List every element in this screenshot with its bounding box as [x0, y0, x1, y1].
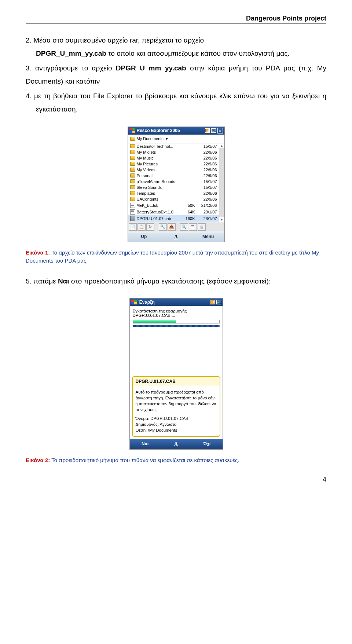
- t2a: Μέσα στο συμπιεσμένο αρχείο rar, περιέχε…: [33, 36, 204, 44]
- fig2-text: Το προειδοποιητικό μήνυμα που πιθανά να …: [50, 457, 239, 463]
- toolbar: 📄 📋 ↻ 🔧 📤 🔍 ☰ 🖥: [128, 222, 224, 232]
- file-row[interactable]: My Videos22/9/06: [128, 167, 219, 173]
- header-project: Dangerous Points project: [26, 15, 326, 23]
- tb-pc-button[interactable]: 🖥: [198, 223, 206, 231]
- file-name: My Music: [137, 156, 183, 160]
- code3: DPGR_U_mm_yy.cab: [116, 64, 186, 72]
- scroll-up-icon[interactable]: ▴: [219, 143, 224, 148]
- fig1-lead: Εικόνα 1:: [26, 249, 50, 256]
- mb-menu-button[interactable]: Menu: [192, 234, 224, 240]
- file-name: UAContents: [137, 197, 183, 201]
- file-name: Destinator Technol...: [137, 144, 183, 149]
- path-bar[interactable]: My Documents ▾: [128, 135, 224, 143]
- t2b: το οποίο και αποσυμπιέζουμε κάπου στον υ…: [106, 50, 290, 57]
- t5bold: Ναι: [58, 277, 69, 285]
- page-number: 4: [26, 476, 326, 483]
- t5a: πατάμε: [33, 277, 58, 285]
- file-name: pTravelAlarm Sounds: [137, 179, 183, 184]
- yes-button[interactable]: Ναι: [130, 441, 161, 447]
- start-flag-icon[interactable]: [129, 128, 135, 133]
- num-2: 2.: [26, 36, 33, 44]
- start-flag-icon[interactable]: [131, 300, 137, 305]
- dropdown-arrow-icon[interactable]: ▾: [166, 136, 168, 141]
- file-row[interactable]: My Music22/9/06: [128, 155, 219, 161]
- file-row[interactable]: Sleep Sounds15/1/07: [128, 184, 219, 190]
- folder-icon: [130, 168, 135, 172]
- body-item-3: 3. αντιγράφουμε το αρχείο DPGR_U_mm_yy.c…: [26, 62, 326, 88]
- sip-keyboard-icon[interactable]: A: [174, 441, 178, 447]
- file-row-selected[interactable]: DPGR.U.01.07.cab160K23/1/07: [128, 215, 219, 222]
- folder-icon: [130, 173, 135, 178]
- scrollbar[interactable]: ▴ ▾: [219, 143, 224, 222]
- folder-icon: [130, 150, 135, 154]
- fig1-screenshot: Resco Explorer 2005 📶 🔊 × My Documents ▾…: [128, 127, 225, 242]
- folder-icon: [130, 156, 135, 160]
- document-icon: [130, 203, 135, 208]
- tb-copy-button[interactable]: 📄: [129, 223, 137, 231]
- file-name: AEK_BL.tsk: [137, 203, 183, 208]
- signal-icon[interactable]: 📶: [210, 300, 215, 304]
- fig2-lead: Εικόνα 2:: [26, 457, 50, 463]
- body-item-5: 5. πατάμε Ναι στο προειδοποιητικό μήνυμα…: [26, 275, 326, 288]
- file-date: 22/9/06: [198, 191, 217, 195]
- file-name: My Pictures: [137, 162, 183, 166]
- file-date: 22/9/06: [198, 168, 217, 172]
- menubar: Up A Menu: [128, 232, 224, 242]
- file-date: 22/9/06: [198, 150, 217, 154]
- t4: με τη βοήθεια του File Explorer το βρίσκ…: [34, 92, 326, 113]
- fig2-caption: Εικόνα 2: Το προειδοποιητικό μήνυμα που …: [26, 456, 326, 465]
- tb-refresh-button[interactable]: ↻: [146, 223, 154, 231]
- file-row[interactable]: pTravelAlarm Sounds15/1/07: [128, 179, 219, 184]
- file-row[interactable]: Personal22/9/06: [128, 173, 219, 179]
- folder-icon: [130, 162, 135, 166]
- file-row[interactable]: My Midlets22/9/06: [128, 149, 219, 155]
- sip-keyboard-icon[interactable]: A: [174, 234, 178, 239]
- scroll-down-icon[interactable]: ▾: [219, 217, 224, 222]
- fig2-screenshot: Έναρξη 📶 🔊 Εγκατάσταση της εφαρμογής DPG…: [129, 298, 223, 450]
- file-date: 23/1/07: [198, 210, 217, 214]
- file-size: 50K: [184, 203, 197, 208]
- warning-header: DPGR.U.01.07.CAB: [133, 377, 220, 386]
- file-date: 21/12/06: [198, 203, 217, 208]
- close-icon[interactable]: ×: [217, 128, 223, 133]
- file-date: 15/1/07: [198, 144, 217, 149]
- warning-body-text: Αυτό το πρόγραμμα προέρχεται από άγνωστη…: [136, 389, 217, 413]
- speaker-icon[interactable]: 🔊: [216, 300, 221, 304]
- body-item-4: 4. με τη βοήθεια του File Explorer το βρ…: [26, 89, 326, 116]
- progress-bar: [133, 320, 220, 323]
- file-name: Sleep Sounds: [137, 185, 183, 190]
- tb-view-button[interactable]: ☰: [189, 223, 197, 231]
- file-date: 22/9/06: [198, 156, 217, 160]
- signal-icon[interactable]: 📶: [205, 128, 210, 133]
- t5b: στο προειδοποιητικό μήνυμα εγκατάστασης …: [69, 277, 271, 285]
- tb-props-button[interactable]: 🔧: [159, 223, 167, 231]
- file-row[interactable]: AEK_BL.tsk50K21/12/06: [128, 202, 219, 209]
- file-size: 64K: [184, 210, 197, 214]
- cab-icon: [130, 216, 135, 221]
- code1: DPGR_U_mm_yy.cab: [36, 50, 106, 57]
- file-row[interactable]: Destinator Technol...15/1/07: [128, 143, 219, 149]
- fig1-text: Το αρχείο των επικίνδυνων σημείων του Ια…: [26, 249, 319, 264]
- file-date: 23/1/07: [198, 216, 217, 221]
- file-name: DPGR.U.01.07.cab: [137, 216, 183, 221]
- no-button[interactable]: Όχι: [191, 441, 222, 447]
- mb-up-button[interactable]: Up: [128, 234, 160, 240]
- file-name: Templates: [137, 191, 183, 195]
- tb-paste-button[interactable]: 📋: [138, 223, 146, 231]
- file-row[interactable]: BatteryStatusExt.1.0...64K23/1/07: [128, 209, 219, 215]
- file-row[interactable]: Templates22/9/06: [128, 190, 219, 196]
- menubar2: Ναι A Όχι: [130, 439, 223, 449]
- warn-loc-label: Θέση:: [136, 428, 148, 432]
- tb-send-button[interactable]: 📤: [168, 223, 176, 231]
- warn-name: DPGR.U.01.07.CAB: [150, 416, 188, 421]
- file-name: Personal: [137, 173, 183, 178]
- speaker-icon[interactable]: 🔊: [211, 128, 216, 133]
- file-row[interactable]: My Pictures22/9/06: [128, 161, 219, 167]
- fig2-titlebar: Έναρξη 📶 🔊: [130, 299, 223, 306]
- file-name: My Midlets: [137, 150, 183, 154]
- tb-find-button[interactable]: 🔍: [180, 223, 188, 231]
- fig1-caption: Εικόνα 1: Το αρχείο των επικίνδυνων σημε…: [26, 249, 326, 265]
- folder-icon: [130, 144, 135, 148]
- file-row[interactable]: UAContents22/9/06: [128, 196, 219, 202]
- warn-pub: Άγνωστο: [160, 422, 176, 427]
